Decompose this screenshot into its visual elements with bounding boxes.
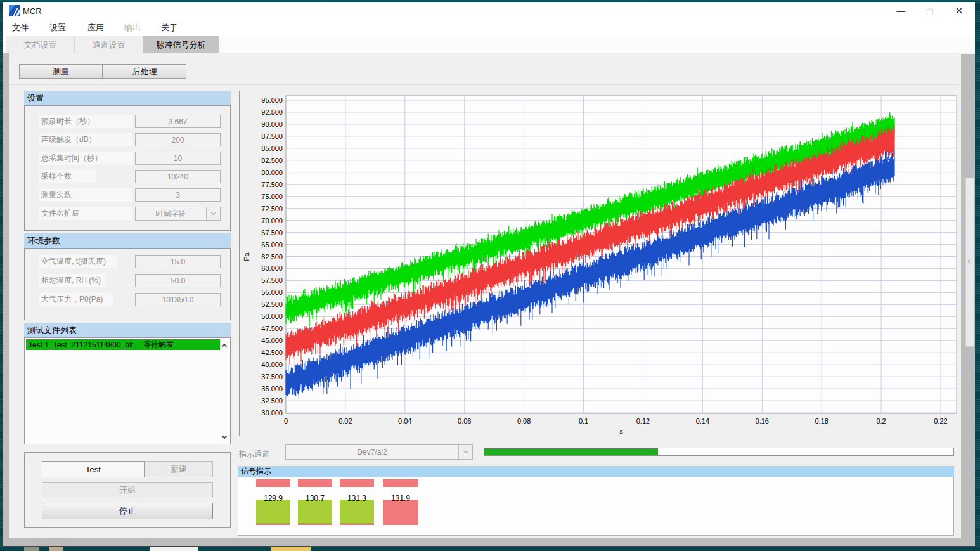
subtab-measure[interactable]: 测量 [19,64,103,79]
environment-panel-header: 环境参数 [24,233,231,248]
svg-text:35.000: 35.000 [261,385,283,392]
svg-text:0.14: 0.14 [696,417,709,425]
tab-channel-settings[interactable]: 通道设置 [75,36,143,53]
file-list[interactable]: Test 1_Test_211215114800_blt 等待触发 [24,337,231,444]
svg-text:57.500: 57.500 [261,276,283,284]
svg-text:60.000: 60.000 [261,264,283,272]
field-value-level-trigger[interactable]: 200 [135,133,221,146]
signal-top-bar-2 [298,479,332,487]
field-label-humidity: 相对湿度, RH (%) [39,274,106,287]
scroll-down-button[interactable] [219,432,229,442]
scroll-up-button[interactable] [219,340,229,350]
filename-ext-dropdown[interactable]: 时间字符 [135,207,221,221]
menu-item-file[interactable]: 文件 [4,20,37,36]
svg-text:0.2: 0.2 [876,417,886,425]
field-label-air-temp: 空气温度, t(摄氏度) [39,255,117,268]
menu-bar: 文件 设置 应用 输出 关于 [3,20,975,36]
indicator-channel-dropdown[interactable]: Dev7/ai2 [285,444,473,460]
menu-item-output[interactable]: 输出 [116,20,149,36]
svg-text:50.000: 50.000 [261,313,283,320]
field-value-humidity[interactable]: 50.0 [135,274,221,287]
field-value-prerecord[interactable]: 3.667 [135,115,221,128]
file-list-row[interactable]: Test 1_Test_211215114800_blt 等待触发 [26,339,220,350]
svg-text:45.000: 45.000 [261,337,283,344]
tab-document-settings[interactable]: 文档设置 [6,36,75,53]
svg-text:62.500: 62.500 [261,253,283,261]
signal-value-1: 129.9 [256,494,290,503]
menu-item-apply[interactable]: 应用 [79,20,112,36]
content-divider [9,84,960,85]
signal-top-bar-4 [383,479,418,487]
svg-text:30.000: 30.000 [261,409,283,417]
indicator-channel-value: Dev7/ai2 [286,448,458,457]
chevron-down-icon [211,211,216,215]
progress-bar-fill [484,448,658,455]
chevron-down-icon [463,449,468,453]
maximize-button[interactable]: ▢ [915,2,945,20]
file-status: 等待触发 [143,339,174,350]
svg-text:85.000: 85.000 [261,145,283,152]
close-icon: ✕ [955,5,964,16]
taskbar-fragment [150,547,198,551]
signal-block-4 [383,500,418,525]
svg-text:0: 0 [284,417,288,425]
svg-text:65.000: 65.000 [261,241,283,249]
svg-text:0.04: 0.04 [398,417,411,425]
signal-block-2 [298,500,332,525]
taskbar-fragment [49,547,63,551]
field-value-measure-count[interactable]: 3 [135,188,221,202]
scroll-down-icon [222,433,227,438]
svg-text:0.22: 0.22 [934,417,947,425]
signal-value-4: 131.9 [383,494,418,503]
desktop: { "titlebar": { "title": "MCR", "minimiz… [0,0,980,551]
menu-item-about[interactable]: 关于 [153,20,186,36]
signal-value-3: 131.3 [340,494,374,503]
field-label-level-trigger: 声级触发（dB） [39,133,132,146]
svg-text:87.500: 87.500 [261,133,283,140]
filename-ext-dropdown-button[interactable] [206,207,220,220]
signal-top-bar-1 [256,479,290,487]
stop-button[interactable]: 停止 [42,503,213,519]
field-value-total-time[interactable]: 10 [135,152,221,165]
start-button[interactable]: 开始 [42,482,213,498]
filename-ext-value: 时间字符 [136,209,206,219]
signal-panel-header: 信号指示 [238,466,954,477]
svg-text:0.16: 0.16 [756,417,769,425]
svg-text:40.000: 40.000 [261,361,283,368]
svg-text:0.08: 0.08 [517,417,531,425]
indicator-channel-label: 指示通道 [239,449,269,460]
svg-text:37.500: 37.500 [261,373,283,380]
svg-text:0.02: 0.02 [338,417,352,425]
tab-pulse-signal-analysis[interactable]: 脉冲信号分析 [143,36,219,53]
app-icon [9,5,20,16]
signal-top-bar-3 [340,479,374,487]
taskbar-fragment [24,547,39,551]
field-value-pressure[interactable]: 101350.0 [135,293,221,306]
minimize-icon: — [897,6,905,16]
settings-panel-header: 设置 [24,91,231,105]
svg-text:0.18: 0.18 [815,417,828,425]
maximize-icon: ▢ [926,6,934,16]
indicator-channel-dropdown-button[interactable] [458,445,472,459]
field-label-measure-count: 测量次数 [39,188,132,202]
subtab-postprocess[interactable]: 后处理 [103,64,186,79]
progress-bar [484,448,954,456]
menu-item-settings[interactable]: 设置 [41,20,74,36]
window-left-border [3,53,9,546]
tab-strip: 文档设置 通道设置 脉冲信号分析 [3,36,975,53]
pressure-time-chart: 30.00032.50035.00037.50040.00042.50045.0… [240,91,958,436]
field-value-sample-count[interactable]: 10240 [135,170,221,183]
new-button[interactable]: 新建 [145,461,213,477]
window-bottom-border [3,538,975,546]
minimize-button[interactable]: — [886,2,915,20]
right-splitter-handle[interactable] [965,178,974,347]
test-name-field[interactable]: Test [42,461,145,477]
svg-text:55.000: 55.000 [261,288,283,296]
close-button[interactable]: ✕ [945,2,974,20]
field-label-sample-count: 采样个数 [39,170,96,183]
field-value-air-temp[interactable]: 15.0 [135,255,221,268]
svg-text:92.500: 92.500 [261,108,283,116]
svg-text:82.500: 82.500 [261,157,283,164]
signal-block-3 [340,500,374,525]
svg-text:70.000: 70.000 [261,217,283,224]
